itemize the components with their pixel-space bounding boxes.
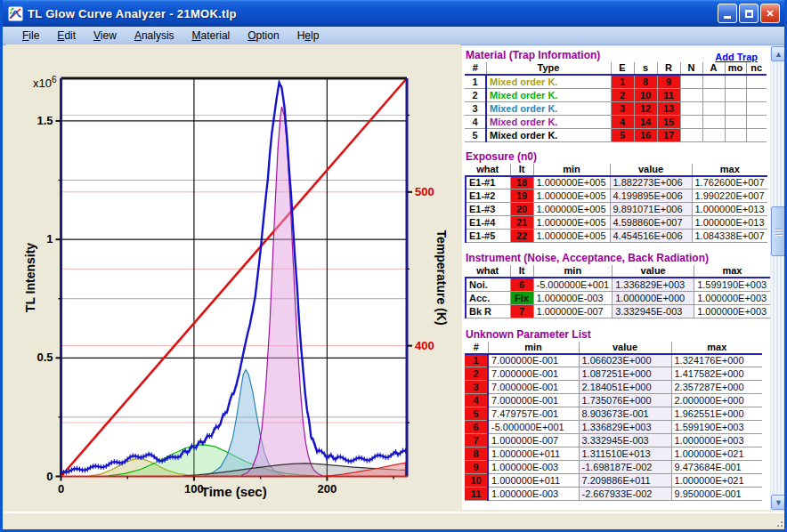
iteration-cell[interactable]: Fix xyxy=(510,291,533,304)
param-index-E[interactable]: 3 xyxy=(611,101,634,115)
close-icon: ✕ xyxy=(766,8,774,20)
empty-cell xyxy=(725,88,746,101)
iteration-cell[interactable]: 18 xyxy=(510,176,533,189)
menu-item-help[interactable]: Help xyxy=(288,28,329,44)
column-header: min xyxy=(533,164,610,176)
bottom-tick-label: 200 xyxy=(317,482,337,496)
material-row: 4Mixed order K.41415 xyxy=(465,115,767,128)
iteration-cell[interactable]: 22 xyxy=(510,230,533,243)
instrument-row: Acc.Fix1.000000E-0031.000000E+0001.00000… xyxy=(466,291,770,304)
empty-cell xyxy=(746,115,767,128)
unknown-param-row: 71.000000E-0073.332945E-0031.000000E+003 xyxy=(465,434,762,447)
menu-item-material[interactable]: Material xyxy=(183,28,239,44)
row-label: E1-#2 xyxy=(466,189,510,203)
param-index-E[interactable]: 1 xyxy=(611,75,634,88)
current-value: 4.598860E+007 xyxy=(610,216,692,230)
iteration-cell[interactable]: 19 xyxy=(510,189,533,203)
param-number[interactable]: 1 xyxy=(465,354,488,367)
param-index-R[interactable]: 15 xyxy=(657,115,680,128)
empty-cell xyxy=(680,101,702,115)
param-index-s[interactable]: 10 xyxy=(634,88,657,101)
param-number[interactable]: 7 xyxy=(465,434,488,447)
row-label: E1-#3 xyxy=(466,203,510,216)
title-bar[interactable]: TL Glow Curve Analyzer - 21MOK.tlp ✕ xyxy=(3,0,784,27)
param-number[interactable]: 9 xyxy=(465,461,488,474)
scroll-up-button[interactable]: ▲ xyxy=(771,46,786,61)
menu-item-option[interactable]: Option xyxy=(239,28,288,44)
trap-type[interactable]: Mixed order K. xyxy=(486,88,611,101)
menu-item-analysis[interactable]: Analysis xyxy=(126,28,183,44)
column-header: E xyxy=(611,62,634,75)
close-button[interactable]: ✕ xyxy=(760,4,780,23)
right-tick-label: 400 xyxy=(415,339,434,352)
current-value: -2.667933E-002 xyxy=(579,488,671,501)
param-number[interactable]: 2 xyxy=(465,367,488,381)
trap-type[interactable]: Mixed order K. xyxy=(486,101,611,115)
trap-type[interactable]: Mixed order K. xyxy=(486,128,611,141)
max-value: 1.324176E+000 xyxy=(671,354,762,367)
trap-type[interactable]: Mixed order K. xyxy=(486,75,611,88)
param-index-s[interactable]: 14 xyxy=(634,115,657,128)
param-index-E[interactable]: 4 xyxy=(611,115,634,128)
menu-item-view[interactable]: View xyxy=(85,28,126,44)
empty-cell xyxy=(702,75,725,88)
instrument-row: Noi.6-5.000000E+0011.336829E+0031.599190… xyxy=(466,278,770,291)
min-value: 7.479757E-001 xyxy=(488,407,579,421)
param-number[interactable]: 6 xyxy=(465,421,488,434)
column-header: s xyxy=(634,62,657,75)
trap-type[interactable]: Mixed order K. xyxy=(486,115,611,128)
menu-item-file[interactable]: File xyxy=(13,28,48,44)
row-label: E1-#5 xyxy=(466,230,510,243)
scroll-down-button[interactable]: ▼ xyxy=(771,495,786,510)
max-value: 1.000000E+013 xyxy=(692,203,767,216)
menu-item-edit[interactable]: Edit xyxy=(48,28,85,44)
scrollbar-thumb[interactable] xyxy=(771,206,786,256)
param-index-s[interactable]: 12 xyxy=(634,101,657,115)
row-label: E1-#1 xyxy=(466,176,510,189)
column-header: # xyxy=(465,342,488,354)
column-header: Type xyxy=(486,62,611,75)
param-number[interactable]: 5 xyxy=(465,407,488,421)
column-header: max xyxy=(692,164,767,176)
iteration-cell[interactable]: 6 xyxy=(510,278,533,291)
max-value: 9.473684E-001 xyxy=(671,461,762,474)
param-index-R[interactable]: 13 xyxy=(657,101,680,115)
empty-cell xyxy=(680,88,702,101)
iteration-cell[interactable]: 20 xyxy=(510,203,533,216)
unknown-param-row: 6-5.000000E+0011.336829E+0031.599190E+00… xyxy=(465,421,762,434)
param-index-s[interactable]: 8 xyxy=(634,75,657,88)
column-header: value xyxy=(579,342,671,354)
instrument-table: whatItminvaluemaxNoi.6-5.000000E+0011.33… xyxy=(465,265,770,318)
add-trap-link[interactable]: Add Trap xyxy=(715,52,770,62)
minimize-icon xyxy=(724,16,731,19)
chart-panel: 00.511.50100200400500x106TL IntensityTem… xyxy=(6,44,460,512)
max-value: 9.950000E-001 xyxy=(671,488,762,501)
iteration-cell[interactable]: 21 xyxy=(510,216,533,230)
param-number[interactable]: 10 xyxy=(465,474,488,488)
left-tick-label: 1.5 xyxy=(37,114,53,127)
row-label: Acc. xyxy=(466,291,510,304)
param-number[interactable]: 3 xyxy=(465,381,488,394)
param-index-R[interactable]: 11 xyxy=(657,88,680,101)
unknown-table: #minvaluemax17.000000E-0011.066023E+0001… xyxy=(465,342,762,502)
param-index-E[interactable]: 5 xyxy=(611,128,634,141)
unknown-section-title: Unknown Parameter List xyxy=(462,326,770,342)
iteration-cell[interactable]: 7 xyxy=(510,304,533,318)
row-label: E1-#4 xyxy=(466,216,510,230)
min-value: 1.000000E+005 xyxy=(533,189,610,203)
param-number[interactable]: 8 xyxy=(465,447,488,461)
resize-grip[interactable] xyxy=(775,516,786,527)
param-index-R[interactable]: 9 xyxy=(657,75,680,88)
minimize-button[interactable] xyxy=(718,4,737,23)
param-index-R[interactable]: 17 xyxy=(657,128,680,141)
max-value: 1.000000E+003 xyxy=(671,434,762,447)
empty-cell xyxy=(702,101,725,115)
param-index-s[interactable]: 16 xyxy=(634,128,657,141)
param-number[interactable]: 11 xyxy=(465,488,488,501)
maximize-button[interactable] xyxy=(739,4,759,23)
param-index-E[interactable]: 2 xyxy=(611,88,634,101)
param-number[interactable]: 4 xyxy=(465,394,488,407)
vertical-scrollbar[interactable]: ▲ ▼ xyxy=(771,46,786,510)
empty-cell xyxy=(725,101,746,115)
scroll-down-arrow-icon: ▼ xyxy=(775,498,783,507)
